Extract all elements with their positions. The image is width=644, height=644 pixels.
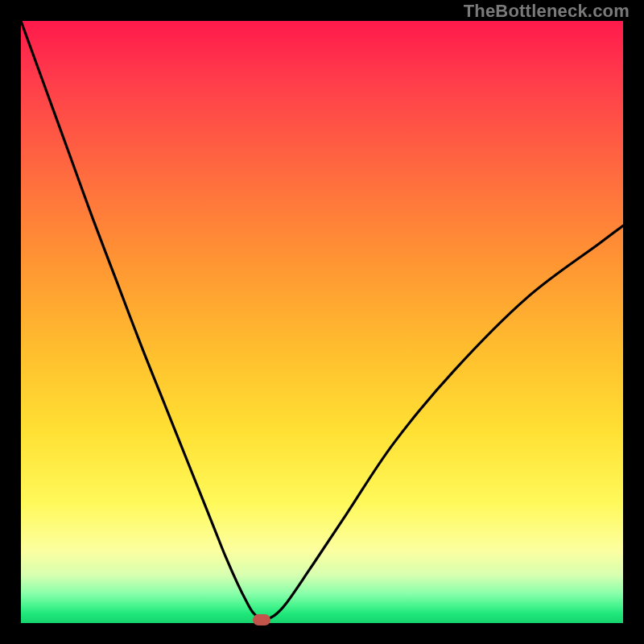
bottleneck-curve-svg bbox=[21, 21, 623, 623]
chart-frame: TheBottleneck.com bbox=[0, 0, 644, 644]
plot-area bbox=[21, 21, 623, 623]
bottleneck-curve bbox=[21, 21, 623, 620]
watermark-text: TheBottleneck.com bbox=[464, 1, 630, 22]
optimal-point-marker bbox=[253, 614, 270, 625]
